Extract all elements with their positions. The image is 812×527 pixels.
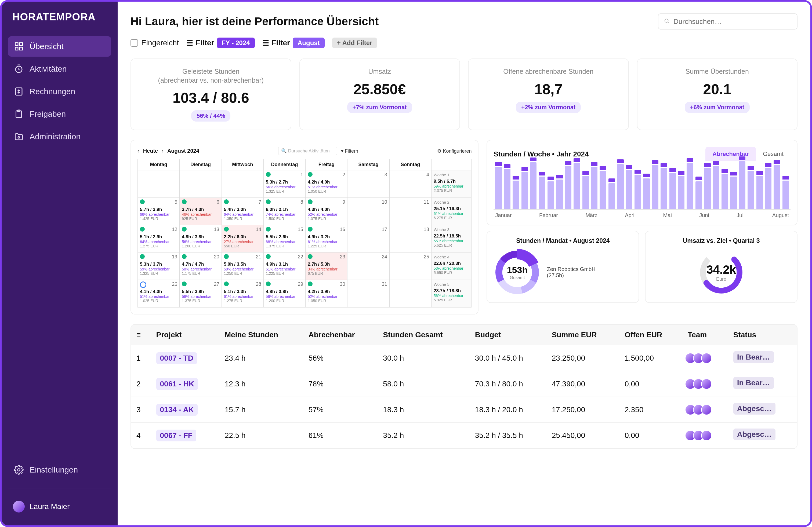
calendar-week-summary: Woche 19.5h / 6.7h59% abrechenbar2.375 E…	[432, 170, 471, 198]
calendar-cell[interactable]: 3	[347, 170, 389, 198]
table-header[interactable]: ≡	[131, 325, 151, 345]
search-input[interactable]	[658, 13, 798, 30]
calendar-cell[interactable]: 17	[347, 225, 389, 253]
sidebar-item-rechnungen[interactable]: Rechnungen	[8, 81, 111, 102]
weekly-chart-card: Stunden / Woche • Jahr 2024 Abrechenbar …	[487, 140, 798, 225]
kpi-badge: 56% / 44%	[191, 110, 230, 122]
calendar-cell[interactable]	[138, 170, 180, 198]
chevron-left-icon[interactable]: ‹	[137, 148, 139, 154]
calendar-week-header	[432, 159, 471, 170]
calendar-cell[interactable]: 125.1h / 2.9h64% abrechenbar1.275 EUR	[138, 225, 180, 253]
sidebar-item-übersicht[interactable]: Übersicht	[8, 36, 111, 57]
table-header[interactable]: Summe EUR	[547, 325, 619, 345]
calendar-cell[interactable]: 155.5h / 2.6h68% abrechenbar1.375 EUR	[264, 225, 306, 253]
calendar-cell[interactable]: 10	[347, 198, 389, 225]
status-dot-icon	[182, 282, 187, 286]
calendar-cell[interactable]: 63.7h / 4.3h46% abrechenbar925 EUR	[180, 198, 221, 225]
chip-month[interactable]: August	[293, 37, 325, 48]
calendar-cell[interactable]: 24	[347, 253, 389, 280]
calendar-config[interactable]: ⚙ Konfigurieren	[437, 148, 472, 154]
table-header[interactable]: Budget	[470, 325, 547, 345]
table-row[interactable]: 4 0067 - FF 22.5 h 61% 35.2 h 35.2 h / 3…	[131, 423, 797, 448]
primary-nav: ÜbersichtAktivitätenRechnungenFreigabenA…	[8, 36, 111, 147]
sidebar-item-aktivitäten[interactable]: Aktivitäten	[8, 59, 111, 79]
calendar-cell[interactable]: 94.3h / 4.0h52% abrechenbar1.075 EUR	[306, 198, 347, 225]
user-profile[interactable]: Laura Maier	[8, 497, 111, 516]
calendar-cell[interactable]: 224.9h / 3.1h61% abrechenbar1.225 EUR	[264, 253, 306, 280]
calendar-filter[interactable]: ▾ Filtern	[341, 148, 358, 154]
submitted-checkbox[interactable]: Eingereicht	[130, 39, 179, 47]
grid-icon	[14, 42, 24, 51]
sidebar-item-label: Administration	[30, 132, 81, 141]
calendar-cell[interactable]: 11	[390, 198, 432, 225]
calendar-cell[interactable]: 134.8h / 3.8h56% abrechenbar1.200 EUR	[180, 225, 221, 253]
calendar-cell[interactable]: 86.0h / 2.1h74% abrechenbar1.500 EUR	[264, 198, 306, 225]
calendar-cell[interactable]: 4	[390, 170, 432, 198]
today-button[interactable]: Heute	[143, 148, 158, 154]
table-header[interactable]: Meine Stunden	[219, 325, 303, 345]
day-number: 19	[172, 254, 177, 260]
sidebar-item-settings[interactable]: Einstellungen	[8, 460, 111, 480]
project-chip[interactable]: 0067 - FF	[156, 430, 196, 441]
table-row[interactable]: 1 0007 - TD 23.4 h 56% 30.0 h 30.0 h / 4…	[131, 345, 797, 371]
filter-icon: ☰	[186, 39, 193, 47]
calendar-cell[interactable]: 25	[390, 253, 432, 280]
table-header[interactable]: Team	[682, 325, 728, 345]
calendar-cell[interactable]: 142.2h / 6.0h27% abrechenbar550 EUR	[222, 225, 264, 253]
table-header[interactable]: Stunden Gesamt	[378, 325, 470, 345]
calendar-search[interactable]: 🔍 Dursuche Aktivitäten	[278, 147, 337, 155]
table-row[interactable]: 3 0134 - AK 15.7 h 57% 18.3 h 18.3 h / 2…	[131, 397, 797, 423]
table-header[interactable]: Abrechenbar	[303, 325, 378, 345]
topbar: Hi Laura, hier ist deine Performance Übe…	[130, 13, 798, 30]
table-row[interactable]: 2 0061 - HK 12.3 h 78% 58.0 h 70.3 h / 8…	[131, 371, 797, 397]
calendar-cell[interactable]: 31	[347, 280, 389, 307]
calendar-cell[interactable]	[222, 170, 264, 198]
day-number: 5	[175, 199, 177, 205]
calendar-cell[interactable]: 195.3h / 3.7h59% abrechenbar1.325 EUR	[138, 253, 180, 280]
table-header[interactable]: Offen EUR	[619, 325, 682, 345]
calendar-cell[interactable]: 55.7h / 2.9h66% abrechenbar1.425 EUR	[138, 198, 180, 225]
calendar-cell[interactable]: 285.1h / 3.3h61% abrechenbar1.275 EUR	[222, 280, 264, 307]
calendar-cell[interactable]: 294.8h / 3.8h56% abrechenbar1.200 EUR	[264, 280, 306, 307]
calendar-header: ‹ Heute › August 2024 🔍 Dursuche Aktivit…	[137, 147, 472, 155]
calendar-cell[interactable]: 232.7h / 5.3h34% abrechenbar675 EUR	[306, 253, 347, 280]
sidebar-item-administration[interactable]: Administration	[8, 126, 111, 147]
calendar-cell[interactable]	[180, 170, 221, 198]
tab-gesamt[interactable]: Gesamt	[756, 147, 791, 161]
table-header[interactable]: Projekt	[151, 325, 219, 345]
filter-month[interactable]: ☰ Filter August	[262, 37, 325, 48]
kpi-card: Summe Überstunden 20.1 +6% zum Vormonat	[637, 59, 798, 130]
table-header[interactable]: Status	[728, 325, 797, 345]
calendar-cell[interactable]: 264.1h / 4.0h51% abrechenbar1.025 EUR	[138, 280, 180, 307]
calendar-cell[interactable]: 75.4h / 3.0h64% abrechenbar1.350 EUR	[222, 198, 264, 225]
tab-abrechenbar[interactable]: Abrechenbar	[706, 147, 756, 161]
filter-fy[interactable]: ☰ Filter FY - 2024	[186, 37, 255, 48]
sidebar: HORATEMPORA ÜbersichtAktivitätenRechnung…	[2, 2, 118, 525]
sidebar-item-freigaben[interactable]: Freigaben	[8, 104, 111, 124]
calendar-cell[interactable]: 24.2h / 4.0h51% abrechenbar1.050 EUR	[306, 170, 347, 198]
chevron-right-icon[interactable]: ›	[162, 148, 163, 154]
calendar-cell[interactable]: 215.0h / 3.5h59% abrechenbar1.250 EUR	[222, 253, 264, 280]
calendar-cell[interactable]: 18	[390, 225, 432, 253]
calendar-cell[interactable]	[390, 280, 432, 307]
status-badge: In Bear…	[733, 351, 774, 363]
project-chip[interactable]: 0007 - TD	[156, 352, 197, 364]
calendar-cell[interactable]: 304.2h / 3.9h52% abrechenbar1.050 EUR	[306, 280, 347, 307]
chip-fy[interactable]: FY - 2024	[217, 37, 255, 48]
calendar-cell[interactable]: 15.3h / 2.7h66% abrechenbar1.325 EUR	[264, 170, 306, 198]
donut-total-label: Gesamt	[510, 275, 525, 280]
project-chip[interactable]: 0134 - AK	[156, 404, 198, 416]
mid-row: ‹ Heute › August 2024 🔍 Dursuche Aktivit…	[130, 140, 798, 315]
day-number: 22	[298, 254, 303, 260]
calendar-cell[interactable]: 164.9h / 3.2h61% abrechenbar1.225 EUR	[306, 225, 347, 253]
add-filter-button[interactable]: + Add Filter	[332, 37, 377, 48]
svg-rect-1	[19, 43, 23, 46]
calendar-cell[interactable]: 275.5h / 3.8h59% abrechenbar1.375 EUR	[180, 280, 221, 307]
bar	[704, 168, 710, 209]
calendar-cell[interactable]: 204.7h / 4.7h50% abrechenbar1.175 EUR	[180, 253, 221, 280]
status-dot-icon	[224, 199, 229, 204]
search-field[interactable]	[673, 17, 792, 26]
project-chip[interactable]: 0061 - HK	[156, 378, 198, 390]
day-number: 14	[256, 227, 261, 232]
bar	[565, 166, 571, 209]
